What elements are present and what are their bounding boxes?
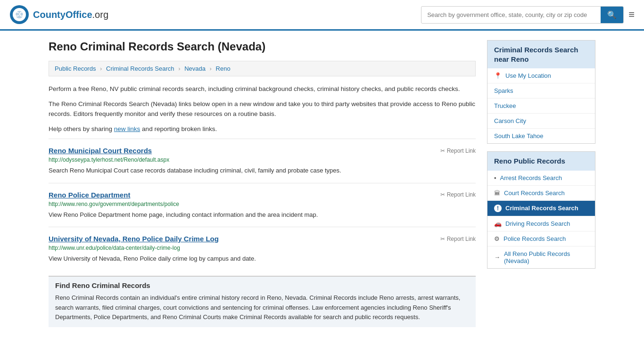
south-lake-tahoe-link[interactable]: South Lake Tahoe	[494, 132, 544, 140]
sidebar: Criminal Records Search near Reno 📍 Use …	[487, 40, 595, 327]
page-container: Reno Criminal Records Search (Nevada) Pu…	[39, 31, 605, 337]
sidebar-public-records-content: ▪ Arrest Records Search 🏛 Court Records …	[487, 171, 595, 268]
link-card-2-desc: View Reno Police Department home page, i…	[49, 210, 476, 220]
link-card-2-title[interactable]: Reno Police Department	[49, 191, 130, 199]
sidebar-item-sparks[interactable]: Sparks	[487, 83, 595, 99]
sidebar-item-all-public-records[interactable]: → All Reno Public Records (Nevada)	[487, 247, 595, 268]
link-card-2-header: Reno Police Department ✂ Report Link	[49, 191, 476, 199]
driving-records-link[interactable]: Driving Records Search	[505, 220, 570, 227]
carson-city-link[interactable]: Carson City	[494, 117, 526, 124]
link-card-3-url[interactable]: http://www.unr.edu/police/data-center/da…	[49, 245, 476, 251]
sidebar-nearby-content: 📍 Use My Location Sparks Truckee Carson …	[487, 68, 595, 143]
court-records-link[interactable]: Court Records Search	[504, 189, 565, 197]
find-section-text: Reno Criminal Records contain an individ…	[55, 293, 469, 322]
search-bar: 🔍	[421, 6, 624, 24]
criminal-icon: !	[494, 205, 502, 212]
location-pin-icon: 📍	[494, 72, 502, 79]
description-2: The Reno Criminal Records Search (Nevada…	[49, 99, 476, 119]
description-1: Perform a free Reno, NV public criminal …	[49, 84, 476, 94]
sidebar-item-criminal-records[interactable]: ! Criminal Records Search	[487, 201, 595, 216]
svg-text:CO: CO	[15, 10, 25, 18]
link-card-2: Reno Police Department ✂ Report Link htt…	[49, 183, 476, 227]
sidebar-public-records-header: Reno Public Records	[487, 152, 595, 171]
breadcrumb-criminal-records[interactable]: Criminal Records Search	[106, 65, 174, 72]
sidebar-item-south-lake-tahoe[interactable]: South Lake Tahoe	[487, 129, 595, 143]
sidebar-nearby-box: Criminal Records Search near Reno 📍 Use …	[487, 40, 595, 144]
sidebar-item-police-records[interactable]: ⚙ Police Records Search	[487, 231, 595, 247]
sidebar-item-use-my-location[interactable]: 📍 Use My Location	[487, 68, 595, 83]
criminal-records-label: Criminal Records Search	[505, 205, 578, 212]
sidebar-item-driving-records[interactable]: 🚗 Driving Records Search	[487, 216, 595, 231]
sidebar-nearby-header: Criminal Records Search near Reno	[487, 41, 595, 68]
link-card-2-report[interactable]: ✂ Report Link	[440, 191, 476, 198]
breadcrumb-reno[interactable]: Reno	[216, 65, 231, 72]
link-card-3-desc: View University of Nevada, Reno Police d…	[49, 254, 476, 263]
link-cards: Reno Municipal Court Records ✂ Report Li…	[49, 139, 476, 271]
link-card-3-header: University of Nevada, Reno Police Daily …	[49, 235, 476, 243]
sparks-link[interactable]: Sparks	[494, 87, 513, 94]
search-button[interactable]: 🔍	[601, 7, 623, 23]
logo-icon: CO	[9, 5, 29, 25]
link-card-3-report[interactable]: ✂ Report Link	[440, 236, 476, 242]
use-my-location-link[interactable]: Use My Location	[505, 72, 551, 79]
link-card-2-url[interactable]: http://www.reno.gov/government/departmen…	[49, 201, 476, 207]
link-card-1-report[interactable]: ✂ Report Link	[440, 148, 476, 154]
link-card-1-title[interactable]: Reno Municipal Court Records	[49, 147, 152, 155]
link-card-3: University of Nevada, Reno Police Daily …	[49, 227, 476, 271]
gear-icon: ⚙	[494, 235, 500, 242]
breadcrumb: Public Records › Criminal Records Search…	[49, 61, 476, 76]
link-card-1-url[interactable]: http://odysseypa.tylerhost.net/Reno/defa…	[49, 156, 476, 163]
logo-text: CountyOffice.org	[33, 9, 108, 20]
sidebar-item-truckee[interactable]: Truckee	[487, 99, 595, 114]
menu-icon[interactable]: ≡	[628, 8, 635, 21]
sidebar-item-carson-city[interactable]: Carson City	[487, 114, 595, 129]
main-content: Reno Criminal Records Search (Nevada) Pu…	[49, 40, 476, 327]
arrest-icon: ▪	[494, 174, 496, 181]
truckee-link[interactable]: Truckee	[494, 102, 516, 109]
link-card-1: Reno Municipal Court Records ✂ Report Li…	[49, 139, 476, 183]
car-icon: 🚗	[494, 220, 502, 227]
logo-area: CO CountyOffice.org	[9, 5, 108, 25]
description-3: Help others by sharing new links and rep…	[49, 124, 476, 134]
find-section: Find Reno Criminal Records Reno Criminal…	[49, 276, 476, 327]
sidebar-item-arrest-records[interactable]: ▪ Arrest Records Search	[487, 171, 595, 186]
header: CO CountyOffice.org 🔍 ≡	[0, 0, 644, 31]
police-records-link[interactable]: Police Records Search	[504, 235, 566, 242]
link-card-1-desc: Search Reno Municipal Court case records…	[49, 166, 476, 175]
arrest-records-link[interactable]: Arrest Records Search	[500, 174, 562, 181]
link-card-3-title[interactable]: University of Nevada, Reno Police Daily …	[49, 235, 219, 243]
breadcrumb-nevada[interactable]: Nevada	[184, 65, 206, 72]
page-title: Reno Criminal Records Search (Nevada)	[49, 40, 476, 53]
breadcrumb-public-records[interactable]: Public Records	[55, 65, 96, 72]
new-links-link[interactable]: new links	[114, 125, 140, 132]
link-card-1-header: Reno Municipal Court Records ✂ Report Li…	[49, 147, 476, 155]
sidebar-public-records-box: Reno Public Records ▪ Arrest Records Sea…	[487, 151, 595, 269]
header-right: 🔍 ≡	[421, 6, 635, 24]
arrow-icon: →	[494, 254, 500, 261]
court-icon: 🏛	[494, 189, 500, 197]
find-section-title: Find Reno Criminal Records	[55, 281, 469, 289]
all-public-records-link[interactable]: All Reno Public Records (Nevada)	[504, 250, 588, 264]
search-input[interactable]	[421, 8, 601, 22]
sidebar-item-court-records[interactable]: 🏛 Court Records Search	[487, 186, 595, 201]
